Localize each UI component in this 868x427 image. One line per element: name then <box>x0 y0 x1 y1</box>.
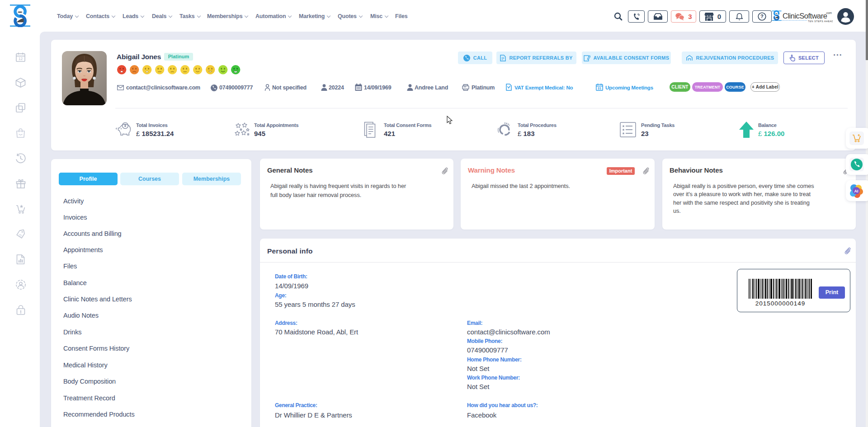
svg-text:12: 12 <box>19 56 23 61</box>
svg-text:AI: AI <box>854 189 859 193</box>
svg-text:TEN STEPS AHEAD: TEN STEPS AHEAD <box>808 20 833 23</box>
svg-text:?: ? <box>760 14 764 19</box>
svg-text:ClinicSoftware: ClinicSoftware <box>783 12 827 20</box>
svg-text:.com: .com <box>826 11 832 14</box>
